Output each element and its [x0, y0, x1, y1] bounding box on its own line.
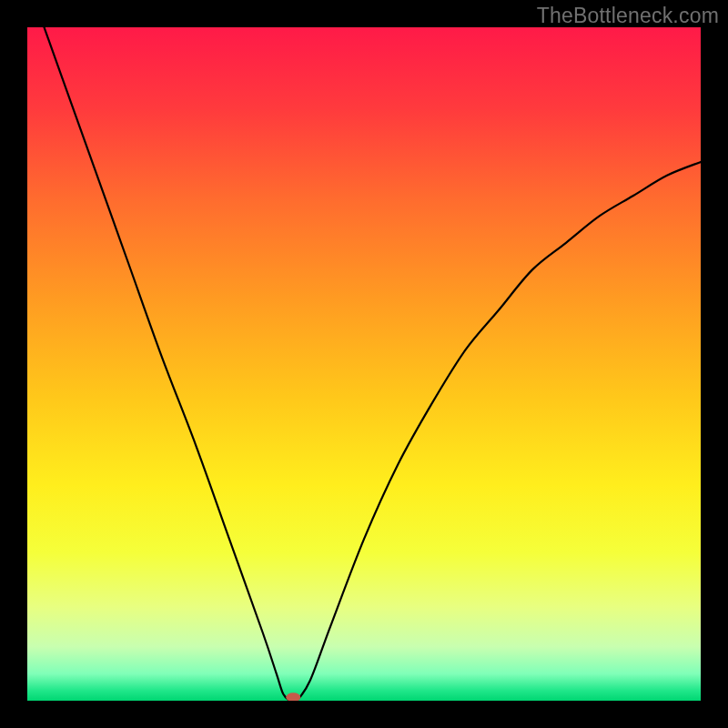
watermark-text: TheBottleneck.com	[537, 4, 719, 28]
plot-area	[27, 27, 701, 701]
gradient-background	[27, 27, 701, 701]
chart-frame: TheBottleneck.com	[0, 0, 728, 728]
chart-svg	[27, 27, 701, 701]
